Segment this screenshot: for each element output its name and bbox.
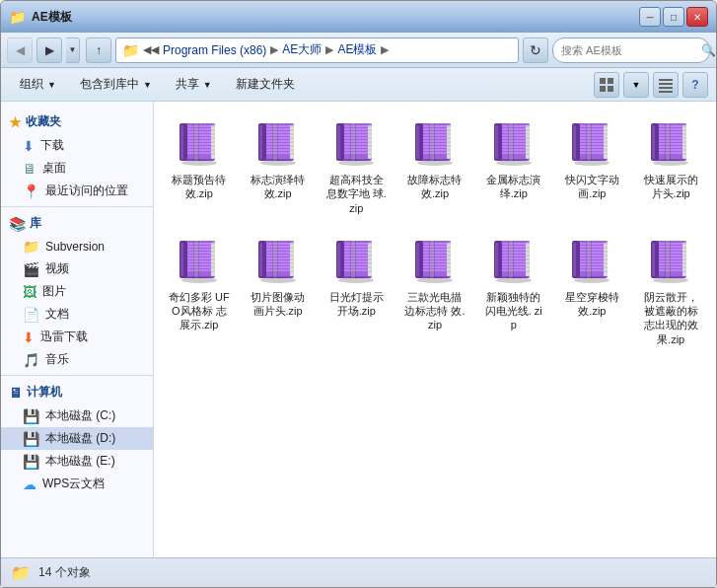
sidebar-item-video[interactable]: 🎬 视频	[1, 257, 153, 280]
svg-rect-238	[266, 241, 292, 278]
svg-rect-29	[211, 137, 215, 139]
view-options-button[interactable]	[594, 72, 619, 98]
svg-rect-2	[600, 86, 606, 92]
file-item[interactable]: 标志演绎特 效.zip	[243, 111, 314, 221]
up-button[interactable]: ↑	[86, 37, 111, 63]
include-library-label: 包含到库中	[80, 76, 139, 93]
file-item[interactable]: 阴云散开， 被遮蔽的标 志出现的效 果.zip	[635, 229, 706, 352]
sidebar-item-subversion[interactable]: 📁 Subversion	[1, 236, 153, 257]
share-button[interactable]: 共享 ▼	[165, 72, 223, 98]
path-item-0[interactable]: Program Files (x86)	[163, 43, 266, 57]
thunder-icon: ⬇	[23, 330, 35, 345]
sidebar-item-music[interactable]: 🎵 音乐	[1, 348, 153, 371]
file-item[interactable]: 星空穿梭特 效.zip	[557, 229, 628, 352]
sidebar-item-document[interactable]: 📄 文档	[1, 303, 153, 326]
svg-rect-80	[368, 125, 372, 127]
svg-rect-300	[447, 258, 451, 260]
help-button[interactable]: ?	[682, 72, 708, 98]
drive-c-icon: 💾	[23, 408, 39, 424]
svg-rect-357	[604, 270, 608, 272]
file-item[interactable]: 快速展示的 片头.zip	[635, 111, 706, 221]
share-label: 共享	[176, 76, 199, 93]
svg-rect-87	[368, 153, 372, 155]
svg-rect-48	[259, 125, 262, 159]
svg-rect-381	[682, 258, 686, 260]
svg-rect-53	[290, 125, 294, 127]
sidebar-item-drive-d[interactable]: 💾 本地磁盘 (D:)	[1, 427, 153, 450]
favorites-arrow-icon: ★	[9, 114, 22, 130]
file-item[interactable]: 切片图像动 画片头.zip	[243, 229, 314, 352]
svg-rect-4	[659, 79, 673, 81]
svg-rect-378	[682, 247, 686, 249]
svg-rect-162	[604, 129, 608, 131]
back-button[interactable]: ◀	[7, 37, 33, 63]
file-item[interactable]: 故障标志特 效.zip	[399, 111, 470, 221]
svg-rect-57	[290, 141, 294, 143]
sidebar-item-download[interactable]: ⬇ 下载	[1, 134, 153, 157]
file-item[interactable]: 超高科技全 息数字地 球.zip	[321, 111, 392, 221]
svg-rect-240	[273, 241, 277, 278]
svg-rect-140	[526, 149, 530, 151]
sidebar-item-wps-cloud[interactable]: ☁ WPS云文档	[1, 473, 153, 495]
details-view-button[interactable]	[653, 72, 679, 98]
path-item-1[interactable]: AE大师	[282, 41, 322, 58]
zip-icon	[566, 235, 617, 286]
search-box[interactable]: 🔍	[552, 37, 710, 63]
svg-rect-270	[368, 247, 372, 249]
forward-button[interactable]: ▶	[36, 37, 62, 63]
svg-rect-274	[368, 262, 372, 264]
file-item[interactable]: 三款光电描 边标志特 效.zip	[399, 229, 470, 352]
minimize-button[interactable]: ─	[639, 7, 661, 27]
sidebar-item-picture[interactable]: 🖼 图片	[1, 280, 153, 303]
svg-rect-377	[682, 243, 686, 245]
svg-rect-244	[290, 251, 294, 253]
svg-rect-327	[526, 258, 530, 260]
new-folder-button[interactable]: 新建文件夹	[225, 72, 306, 98]
file-item[interactable]: 奇幻多彩 UFO风格标 志展示.zip	[164, 229, 235, 352]
file-item[interactable]: 金属标志演 绎.zip	[478, 111, 549, 221]
search-icon: 🔍	[701, 43, 716, 57]
file-name-label: 三款光电描 边标志特 效.zip	[403, 290, 466, 332]
include-library-button[interactable]: 包含到库中 ▼	[69, 72, 163, 98]
path-item-2[interactable]: AE模板	[337, 41, 377, 58]
thunder-label: 迅雷下载	[40, 329, 88, 345]
view-dropdown-button[interactable]: ▼	[623, 72, 649, 98]
maximize-button[interactable]: □	[663, 7, 684, 27]
svg-rect-164	[604, 137, 608, 139]
svg-rect-267	[351, 241, 355, 278]
svg-rect-302	[447, 266, 451, 268]
file-grid: 标题预告待 效.zip 标志演绎特 效.zip	[164, 111, 706, 352]
nav-dropdown-button[interactable]: ▼	[66, 37, 80, 63]
svg-rect-380	[682, 255, 686, 257]
file-item[interactable]: 新颖独特的 闪电光线. zip	[478, 229, 549, 352]
file-item[interactable]: 快闪文字动 画.zip	[557, 111, 628, 221]
svg-rect-356	[604, 266, 608, 268]
file-name-label: 标志演绎特 效.zip	[247, 173, 310, 201]
sidebar-item-recent[interactable]: 📍 最近访问的位置	[1, 180, 153, 202]
svg-rect-1	[608, 78, 613, 84]
library-header[interactable]: 📚 库	[1, 211, 153, 236]
organize-button[interactable]: 组织 ▼	[9, 72, 67, 98]
svg-rect-301	[447, 262, 451, 264]
path-arrow: ◀◀	[143, 43, 159, 56]
svg-rect-192	[682, 141, 686, 143]
video-icon: 🎬	[23, 261, 39, 277]
sidebar-item-drive-e[interactable]: 💾 本地磁盘 (E:)	[1, 450, 153, 473]
title-controls: ─ □ ✕	[639, 7, 708, 27]
file-item[interactable]: 标题预告待 效.zip	[164, 111, 235, 221]
svg-rect-49	[266, 123, 292, 161]
refresh-button[interactable]: ↻	[523, 37, 548, 63]
svg-rect-30	[211, 141, 215, 143]
sidebar-item-drive-c[interactable]: 💾 本地磁盘 (C:)	[1, 404, 153, 427]
close-button[interactable]: ✕	[686, 7, 708, 27]
sidebar-item-desktop[interactable]: 🖥 桌面	[1, 157, 153, 180]
search-input[interactable]	[561, 44, 697, 56]
favorites-header[interactable]: ★ 收藏夹	[1, 110, 153, 134]
computer-header[interactable]: 🖥 计算机	[1, 380, 153, 404]
recent-label: 最近访问的位置	[45, 183, 128, 199]
file-item[interactable]: 日光灯提示 开场.zip	[321, 229, 392, 352]
file-name-label: 快速展示的 片头.zip	[639, 173, 702, 201]
svg-rect-247	[290, 262, 294, 264]
svg-rect-346	[580, 241, 606, 278]
sidebar-item-thunder[interactable]: ⬇ 迅雷下载	[1, 326, 153, 348]
